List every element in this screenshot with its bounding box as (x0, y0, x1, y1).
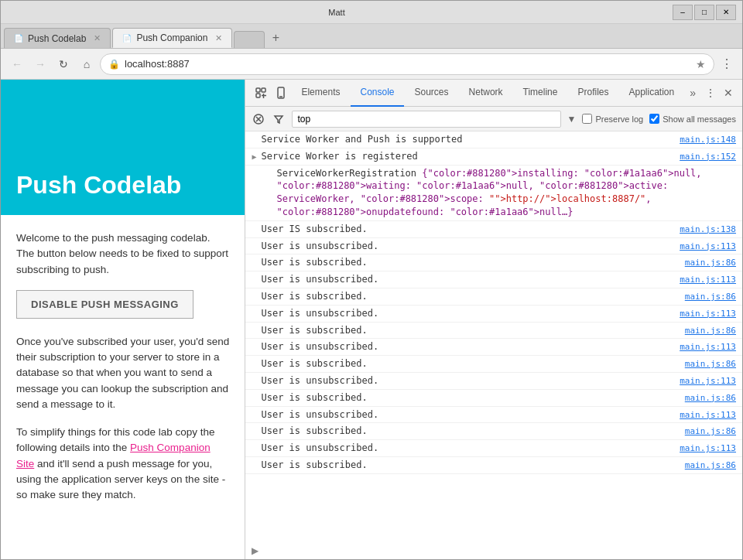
console-file-link[interactable]: main.js:86 (685, 393, 736, 403)
title-bar-text: Matt (328, 8, 351, 17)
tab1-close-icon[interactable]: ✕ (94, 33, 101, 43)
devtools-close-button[interactable]: ✕ (721, 87, 736, 99)
console-file-link[interactable]: main.js:113 (680, 410, 736, 420)
page-body: Welcome to the push messaging codelab. T… (1, 215, 245, 531)
address-text[interactable]: localhost:8887 (125, 58, 691, 70)
console-file-link[interactable]: main.js:86 (685, 258, 736, 268)
preserve-log-label: Preserve log (595, 114, 643, 124)
console-message: User is unsubscribed. (261, 442, 673, 455)
device-toolbar-button[interactable] (272, 84, 290, 102)
tab-elements[interactable]: Elements (292, 80, 349, 107)
console-file-link[interactable]: main.js:113 (680, 309, 736, 319)
menu-button[interactable]: ⋮ (717, 55, 736, 73)
console-row: User is subscribed.main.js:86 (245, 356, 742, 373)
console-message: ServiceWorkerRegistration {"color:#88128… (276, 167, 736, 219)
tab-network[interactable]: Network (460, 80, 512, 107)
console-row: Service Worker and Push is supportedmain… (245, 131, 742, 149)
show-all-label: Show all messages (663, 114, 736, 124)
devtools-toolbar: Elements Console Sources Network Timelin… (245, 80, 742, 107)
console-message: User is unsubscribed. (261, 374, 673, 388)
tab-push-companion[interactable]: 📄 Push Companion ✕ (112, 28, 232, 48)
console-message: User IS subscribed. (261, 223, 673, 236)
console-filter-button[interactable] (272, 112, 286, 126)
devtools-menu-button[interactable]: ⋮ (702, 87, 719, 99)
console-file-link[interactable]: main.js:152 (680, 152, 736, 162)
tab-sources[interactable]: Sources (406, 80, 458, 107)
preserve-log-group: Preserve log (582, 114, 643, 124)
filter-dropdown-arrow[interactable]: ▼ (567, 114, 577, 125)
console-row: User IS subscribed.main.js:138 (245, 221, 742, 238)
console-file-link[interactable]: main.js:86 (685, 460, 736, 470)
console-row: User is subscribed.main.js:86 (245, 423, 742, 440)
disable-push-button[interactable]: DISABLE PUSH MESSAGING (16, 290, 193, 319)
new-tab-button[interactable]: + (265, 31, 286, 48)
console-file-link[interactable]: main.js:86 (685, 326, 736, 336)
console-row: User is unsubscribed.main.js:113 (245, 373, 742, 390)
console-file-link[interactable]: main.js:113 (680, 342, 736, 352)
page-title: Push Codelab (16, 171, 181, 200)
tab-spacer (234, 31, 265, 48)
inspect-element-button[interactable] (252, 84, 270, 102)
console-row[interactable]: ▶Service Worker is registeredmain.js:152 (245, 149, 742, 166)
console-file-link[interactable]: main.js:113 (680, 241, 736, 251)
devtools-panel: Elements Console Sources Network Timelin… (245, 80, 742, 559)
console-input-row: ▶ (245, 542, 742, 559)
console-file-link[interactable]: main.js:113 (680, 376, 736, 386)
refresh-button[interactable]: ↻ (53, 54, 74, 74)
console-input[interactable] (262, 545, 736, 556)
console-message: User is subscribed. (261, 290, 678, 303)
expand-icon: ▶ (252, 152, 261, 161)
tab-console[interactable]: Console (351, 80, 403, 107)
console-row: User is unsubscribed.main.js:113 (245, 339, 742, 356)
console-toolbar: ▼ Preserve log Show all messages (245, 107, 742, 131)
tab-push-codelab[interactable]: 📄 Push Codelab ✕ (4, 28, 111, 48)
tab1-label: Push Codelab (28, 33, 86, 44)
tab2-label: Push Companion (136, 32, 207, 43)
svg-rect-0 (256, 88, 260, 92)
console-file-link[interactable]: main.js:113 (680, 443, 736, 453)
console-file-link[interactable]: main.js:86 (685, 359, 736, 369)
console-message: Service Worker and Push is supported (261, 133, 673, 146)
page-para1: Welcome to the push messaging codelab. T… (16, 230, 229, 278)
console-message: User is subscribed. (261, 324, 678, 337)
lock-icon: 🔒 (108, 59, 120, 70)
console-file-link[interactable]: main.js:86 (685, 292, 736, 302)
show-all-group: Show all messages (649, 114, 736, 124)
browser-window: Matt – □ ✕ 📄 Push Codelab ✕ 📄 Push Compa… (0, 0, 743, 560)
tab-application[interactable]: Application (619, 80, 683, 107)
maximize-button[interactable]: □ (694, 5, 714, 20)
back-button[interactable]: ← (7, 54, 27, 74)
page-para3: To simplify things for this code lab cop… (16, 425, 229, 503)
tab2-close-icon[interactable]: ✕ (215, 33, 222, 43)
tab-bar: 📄 Push Codelab ✕ 📄 Push Companion ✕ + (1, 24, 742, 49)
console-filter-input[interactable] (292, 111, 560, 128)
console-file-link[interactable]: main.js:138 (680, 224, 736, 234)
address-bar: 🔒 localhost:8887 ★ (100, 53, 714, 75)
console-output: Service Worker and Push is supportedmain… (245, 131, 742, 542)
console-row: User is unsubscribed.main.js:113 (245, 306, 742, 323)
console-row: User is subscribed.main.js:86 (245, 254, 742, 271)
console-message: User is subscribed. (261, 357, 678, 370)
close-button[interactable]: ✕ (716, 5, 736, 20)
forward-button[interactable]: → (30, 54, 50, 74)
console-file-link[interactable]: main.js:86 (685, 426, 736, 436)
tab-icon-2: 📄 (122, 34, 132, 43)
minimize-button[interactable]: – (673, 5, 693, 20)
console-message: User is unsubscribed. (261, 340, 673, 353)
console-file-link[interactable]: main.js:113 (680, 275, 736, 285)
show-all-checkbox[interactable] (649, 114, 659, 124)
console-row: User is unsubscribed.main.js:113 (245, 238, 742, 255)
title-bar: Matt – □ ✕ (1, 1, 742, 24)
console-row: User is unsubscribed.main.js:113 (245, 271, 742, 289)
console-clear-button[interactable] (252, 112, 265, 126)
tab-profiles[interactable]: Profiles (568, 80, 618, 107)
bookmark-icon[interactable]: ★ (696, 58, 706, 70)
tab-timeline[interactable]: Timeline (514, 80, 567, 107)
console-row: User is subscribed.main.js:86 (245, 323, 742, 340)
preserve-log-checkbox[interactable] (582, 114, 592, 124)
console-row: ServiceWorkerRegistration {"color:#88128… (245, 166, 742, 221)
console-file-link[interactable]: main.js:148 (680, 135, 736, 145)
home-button[interactable]: ⌂ (77, 54, 97, 74)
console-message: Service Worker is registered (261, 150, 673, 163)
more-tabs-button[interactable]: » (685, 87, 700, 99)
